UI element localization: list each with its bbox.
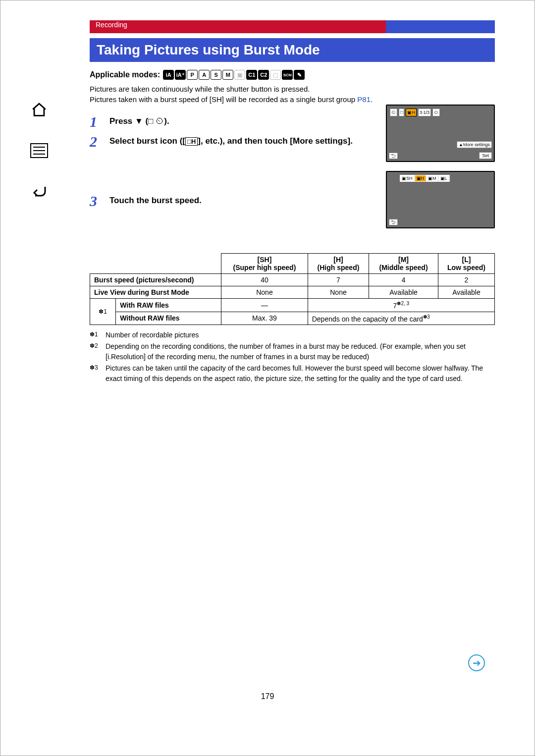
intro-line-2: Pictures taken with a burst speed of [SH… bbox=[90, 94, 495, 105]
mode-scn: SCN bbox=[282, 70, 293, 80]
back-button[interactable]: ⮌ bbox=[389, 219, 398, 225]
page: Recording Taking Pictures using Burst Mo… bbox=[0, 0, 535, 756]
col-m: [M] (Middle speed) bbox=[369, 254, 438, 274]
inline-screenshots: ⏲ □ ▣H 3·1/3 ⏲ ▲More settings ⮌ Set ▣SH … bbox=[386, 105, 495, 228]
burst-speed-table: [SH] (Super high speed) [H] (High speed)… bbox=[90, 253, 495, 325]
page-number: 179 bbox=[261, 692, 274, 701]
step-text: Select burst icon ([□H], etc.), and then… bbox=[109, 134, 353, 149]
burst-mode-icon: ⏲ bbox=[390, 108, 397, 116]
intro-line-1: Pictures are taken continuously while th… bbox=[90, 84, 495, 94]
single-icon: □ bbox=[399, 108, 404, 116]
mode-pano: ⬚ bbox=[270, 70, 281, 80]
mode-p: P bbox=[187, 70, 198, 80]
mode-iaplus: iA⁺ bbox=[175, 70, 186, 80]
mode-a: A bbox=[199, 70, 210, 80]
step-number: 2 bbox=[90, 134, 103, 149]
page-link-p81[interactable]: P81 bbox=[357, 95, 371, 104]
speed-h[interactable]: ▣H bbox=[415, 175, 427, 181]
applicable-modes-label: Applicable modes: bbox=[90, 70, 160, 79]
toc-icon[interactable] bbox=[29, 140, 50, 161]
col-sh: [SH] (Super high speed) bbox=[221, 254, 308, 274]
back-button[interactable]: ⮌ bbox=[389, 153, 398, 159]
step-1: 1 Press ▼ (□ ⏲). bbox=[90, 114, 376, 129]
back-icon[interactable] bbox=[29, 181, 50, 202]
mode-s: S bbox=[211, 70, 221, 80]
col-h: [H] (High speed) bbox=[308, 254, 369, 274]
more-settings-button[interactable]: ▲More settings bbox=[457, 141, 492, 148]
step-text: Press ▼ (□ ⏲). bbox=[109, 114, 169, 129]
burst-h-icon: ▣H bbox=[406, 108, 417, 116]
cell-with-raw-span: 7✽2, 3 bbox=[308, 299, 494, 312]
footnotes: ✽1Number of recordable pictures ✽2Depend… bbox=[90, 330, 495, 384]
row-live-view: Live View during Burst Mode bbox=[90, 286, 221, 299]
footnote-3: Pictures can be taken until the capacity… bbox=[106, 363, 495, 384]
step-2: 2 Select burst icon ([□H], etc.), and th… bbox=[90, 134, 376, 149]
mode-video: ▣ bbox=[234, 70, 245, 80]
bracket-icon: 3·1/3 bbox=[418, 108, 431, 116]
row-group-mark: ✽1 bbox=[90, 299, 116, 325]
screenshot-more-settings: ⏲ □ ▣H 3·1/3 ⏲ ▲More settings ⮌ Set bbox=[386, 105, 495, 162]
mode-icons: iA iA⁺ P A S M ▣ C1 C2 ⬚ SCN ✎ bbox=[163, 70, 305, 80]
set-button[interactable]: Set bbox=[479, 152, 492, 159]
cell-without-raw-span: Depends on the capacity of the card✽3 bbox=[308, 312, 494, 325]
speed-m[interactable]: ▣M bbox=[427, 175, 438, 181]
continue-icon[interactable]: ➔ bbox=[468, 654, 485, 671]
step-number: 3 bbox=[90, 194, 103, 209]
col-l: [L] Low speed) bbox=[438, 254, 494, 274]
steps-list: 1 Press ▼ (□ ⏲). 2 Select burst icon ([□… bbox=[90, 114, 376, 209]
mode-c1: C1 bbox=[246, 70, 257, 80]
sidebar bbox=[24, 100, 54, 202]
section-label: Recording bbox=[90, 21, 127, 29]
row-with-raw: With RAW files bbox=[116, 299, 221, 312]
mode-creative: ✎ bbox=[294, 70, 305, 80]
home-icon[interactable] bbox=[29, 100, 50, 120]
screenshot-burst-speed: ▣SH ▣H ▣M ▣L ⮌ bbox=[386, 171, 495, 228]
mode-m: M bbox=[222, 70, 233, 80]
content-area: Recording Taking Pictures using Burst Mo… bbox=[90, 20, 495, 384]
footnote-2: Depending on the recording conditions, t… bbox=[106, 341, 495, 362]
speed-l[interactable]: ▣L bbox=[439, 175, 449, 181]
applicable-modes-row: Applicable modes: iA iA⁺ P A S M ▣ C1 C2… bbox=[90, 70, 495, 80]
mode-c2: C2 bbox=[258, 70, 269, 80]
section-header-bar: Recording bbox=[90, 20, 495, 35]
step-number: 1 bbox=[90, 114, 103, 129]
mode-ia: iA bbox=[163, 70, 174, 80]
step-3: 3 Touch the burst speed. bbox=[90, 194, 376, 209]
cell-max39: Max. 39 bbox=[221, 312, 308, 325]
row-burst-speed: Burst speed (pictures/second) bbox=[90, 274, 221, 286]
speed-sh[interactable]: ▣SH bbox=[400, 175, 415, 181]
step-text: Touch the burst speed. bbox=[109, 194, 202, 209]
footnote-1: Number of recordable pictures bbox=[106, 330, 199, 340]
row-without-raw: Without RAW files bbox=[116, 312, 221, 325]
cell-dash: — bbox=[221, 299, 308, 312]
timer-icon: ⏲ bbox=[432, 108, 440, 116]
page-title: Taking Pictures using Burst Mode bbox=[90, 38, 495, 62]
